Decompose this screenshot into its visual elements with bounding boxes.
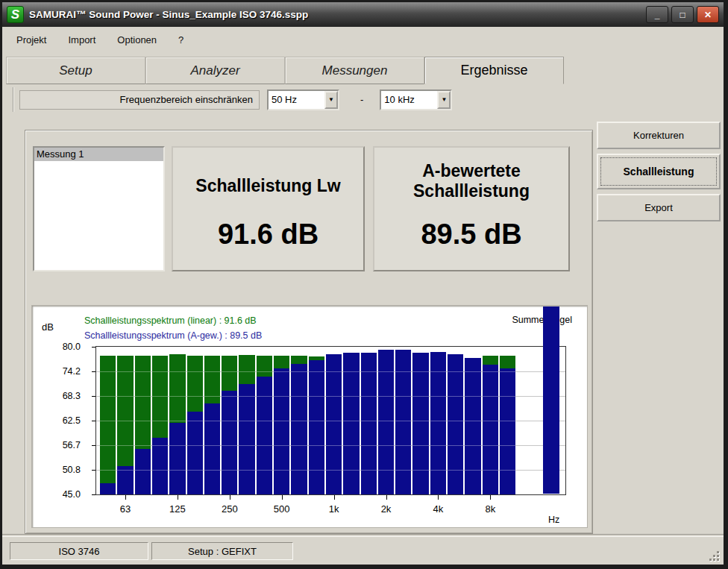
a-weighted-spectrum-bar [291,364,307,494]
a-weighted-spectrum-bar [204,403,220,494]
plot-area: 80.074.268.362.556.750.845.0631252505001… [95,346,566,495]
a-weighted-spectrum-bar [169,423,185,494]
a-weighted-value: 89.5 dB [374,219,568,251]
a-weighted-spectrum-bar [412,353,428,494]
gridline [96,371,565,372]
y-tick-mark [92,494,95,495]
status-setup: Setup : GEFIXT [151,542,293,560]
y-tick-mark [92,347,95,348]
frequency-range-strip: Frequenzbereich einschränken 50 Hz ▼ - 1… [13,87,498,112]
menu-help[interactable]: ? [171,32,191,48]
korrekturen-button[interactable]: Korrekturen [597,122,721,149]
a-weighted-spectrum-bar [343,353,359,494]
title-bar[interactable]: S SAMURAI™ Sound Power - Sinus_Example I… [2,2,724,27]
gridline [96,396,565,397]
a-weighted-spectrum-bar [135,449,151,494]
a-weighted-spectrum-bar [448,354,463,494]
minimize-button[interactable]: _ [646,6,668,23]
x-tick-label: 500 [274,503,290,515]
x-tick-mark [282,495,283,500]
chevron-down-icon[interactable]: ▼ [437,91,451,109]
legend-a-weighted: Schallleistungsspektrum (A-gew.) : 89.5 … [84,328,262,343]
a-weighted-spectrum-bar [257,377,272,494]
a-weighted-spectrum-bar [100,483,116,494]
a-weighted-spectrum-bar [430,352,446,494]
frequency-range-separator: - [360,94,363,105]
tab-setup[interactable]: Setup [6,57,145,84]
x-tick-label: 125 [169,503,186,515]
a-weighted-spectrum-bar [483,365,498,494]
y-tick-label: 80.0 [63,342,81,352]
tab-messungen[interactable]: Messungen [285,57,424,84]
frequency-range-label: Frequenzbereich einschränken [19,90,260,110]
x-tick-label: 4k [433,503,444,515]
schallleistung-button[interactable]: Schallleistung [597,154,721,189]
x-tick-mark [230,495,230,500]
y-tick-label: 56.7 [63,440,81,450]
y-tick-mark [92,396,95,397]
gridline [96,421,565,421]
x-tick-label: 1k [329,503,339,515]
x-tick-label: 250 [222,503,238,515]
resize-grip[interactable] [708,550,719,561]
sum-level-label: Summenpegel [512,315,572,325]
a-weighted-spectrum-bar [465,358,480,494]
spectrum-chart: dB Schallleistungsspektrum (linear) : 91… [31,305,588,528]
a-weighted-spectrum-bar [239,384,254,494]
sound-power-title: Schallleistung Lw [173,176,363,196]
y-tick-label: 68.3 [63,391,81,401]
a-weighted-spectrum-bar [361,353,377,494]
measurement-listbox[interactable]: Messung 1 [33,146,165,271]
x-tick-mark [438,495,439,500]
x-tick-label: 8k [485,503,495,515]
legend-linear: Schallleistungsspektrum (linear) : 91.6 … [84,313,262,328]
y-tick-label: 62.5 [63,415,81,426]
status-bar: ISO 3746 Setup : GEFIXT [2,538,724,565]
tab-bar: Setup Analyzer Messungen Ergebnisse [6,57,564,84]
y-tick-label: 45.0 [63,489,81,500]
gridline [96,470,565,471]
sound-power-value: 91.6 dB [173,219,363,251]
gridline [96,445,565,446]
app-icon: S [7,6,24,23]
a-weighted-spectrum-bar [222,391,237,494]
menu-projekt[interactable]: Projekt [9,32,54,48]
tab-analyzer[interactable]: Analyzer [145,57,285,84]
a-weighted-panel: A-bewertete Schallleistung 89.5 dB [373,146,570,271]
menu-bar: Projekt Import Optionen ? [2,29,724,50]
a-weighted-spectrum-bar [500,368,515,494]
window-title: SAMURAI™ Sound Power - Sinus_Example ISO… [29,9,308,20]
maximize-button[interactable]: □ [671,6,694,23]
x-tick-mark [178,495,178,500]
tab-ergebnisse[interactable]: Ergebnisse [424,57,564,84]
menu-optionen[interactable]: Optionen [110,32,164,48]
y-axis-unit-label: dB [42,321,54,333]
x-axis-unit-label: Hz [548,515,559,525]
list-item-messung-1[interactable]: Messung 1 [34,148,163,161]
status-divider [2,534,724,537]
x-tick-mark [334,495,335,500]
schallleistung-button-label: Schallleistung [600,157,717,186]
close-button[interactable]: ✕ [697,6,719,23]
frequency-from-select[interactable]: 50 Hz ▼ [267,89,339,110]
sum-level-bar [543,306,559,494]
client-area: S SAMURAI™ Sound Power - Sinus_Example I… [2,2,724,565]
chart-legend: Schallleistungsspektrum (linear) : 91.6 … [84,313,262,343]
x-tick-mark [125,495,126,500]
y-tick-label: 74.2 [63,366,81,377]
export-button[interactable]: Export [597,194,721,221]
y-tick-mark [92,470,95,471]
frequency-from-value: 50 Hz [269,94,324,105]
chevron-down-icon[interactable]: ▼ [324,91,338,109]
y-tick-label: 50.8 [63,465,81,475]
x-tick-mark [490,495,491,500]
menu-import[interactable]: Import [60,32,103,48]
x-tick-label: 2k [381,503,392,515]
y-tick-mark [92,371,95,372]
y-tick-mark [92,445,95,446]
frequency-to-select[interactable]: 10 kHz ▼ [380,89,452,110]
a-weighted-title: A-bewertete Schallleistung [374,161,568,201]
a-weighted-spectrum-bar [152,438,168,494]
status-standard: ISO 3746 [10,542,148,560]
sound-power-panel: Schallleistung Lw 91.6 dB [172,146,365,271]
